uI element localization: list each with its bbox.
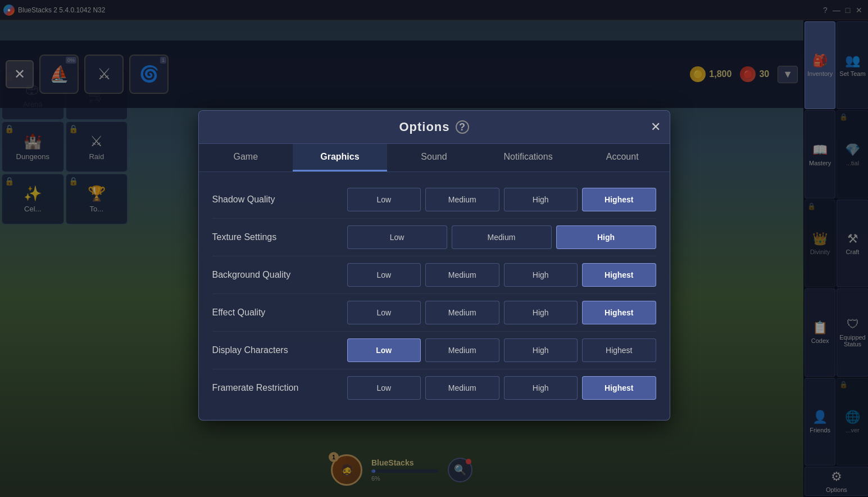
dialog-close-button[interactable]: ✕ <box>651 121 661 133</box>
settings-row-2: Background QualityLowMediumHighHighest <box>212 256 656 294</box>
setting-buttons-2: LowMediumHighHighest <box>347 263 656 287</box>
quality-btn-highest-3[interactable]: Highest <box>582 301 656 324</box>
settings-row-4: Display CharactersLowMediumHighHighest <box>212 332 656 369</box>
quality-btn-high-0[interactable]: High <box>504 188 578 211</box>
quality-btn-medium-0[interactable]: Medium <box>425 188 499 211</box>
quality-btn-highest-0[interactable]: Highest <box>582 188 656 211</box>
quality-btn-high-5[interactable]: High <box>504 376 578 400</box>
dialog-header: Options ? ✕ <box>199 111 670 144</box>
setting-buttons-3: LowMediumHighHighest <box>347 301 656 324</box>
graphics-settings-content: Shadow QualityLowMediumHighHighestTextur… <box>199 172 670 420</box>
quality-btn-medium-4[interactable]: Medium <box>425 338 499 362</box>
setting-buttons-1: LowMediumHigh <box>347 225 656 249</box>
quality-btn-medium-2[interactable]: Medium <box>425 263 499 287</box>
setting-buttons-0: LowMediumHighHighest <box>347 188 656 211</box>
quality-btn-low-0[interactable]: Low <box>347 188 421 211</box>
quality-btn-highest-5[interactable]: Highest <box>582 376 656 400</box>
quality-btn-high-3[interactable]: High <box>504 301 578 324</box>
tab-notifications[interactable]: Notifications <box>481 144 575 171</box>
dialog-tabs: Game Graphics Sound Notifications Accoun… <box>199 144 670 172</box>
tab-account[interactable]: Account <box>575 144 670 171</box>
setting-label-5: Framerate Restriction <box>212 383 347 393</box>
quality-btn-low-3[interactable]: Low <box>347 301 421 324</box>
settings-row-3: Effect QualityLowMediumHighHighest <box>212 294 656 332</box>
quality-btn-high-2[interactable]: High <box>504 263 578 287</box>
tab-game[interactable]: Game <box>199 144 293 171</box>
quality-btn-medium-1[interactable]: Medium <box>452 225 552 249</box>
quality-btn-low-5[interactable]: Low <box>347 376 421 400</box>
setting-label-3: Effect Quality <box>212 308 347 318</box>
setting-buttons-4: LowMediumHighHighest <box>347 338 656 362</box>
setting-label-0: Shadow Quality <box>212 195 347 205</box>
help-icon[interactable]: ? <box>456 120 469 134</box>
settings-row-5: Framerate RestrictionLowMediumHighHighes… <box>212 369 656 406</box>
options-dialog: Options ? ✕ Game Graphics Sound Notifica… <box>198 110 670 421</box>
dialog-overlay: Options ? ✕ Game Graphics Sound Notifica… <box>0 0 868 497</box>
quality-btn-low-1[interactable]: Low <box>347 225 447 249</box>
quality-btn-medium-5[interactable]: Medium <box>425 376 499 400</box>
tab-sound[interactable]: Sound <box>387 144 481 171</box>
dialog-title: Options <box>399 120 449 134</box>
quality-btn-medium-3[interactable]: Medium <box>425 301 499 324</box>
setting-label-4: Display Characters <box>212 345 347 355</box>
setting-label-2: Background Quality <box>212 270 347 280</box>
quality-btn-low-2[interactable]: Low <box>347 263 421 287</box>
tab-graphics[interactable]: Graphics <box>293 144 387 171</box>
quality-btn-high-1[interactable]: High <box>556 225 656 249</box>
setting-label-1: Texture Settings <box>212 232 347 242</box>
settings-row-1: Texture SettingsLowMediumHigh <box>212 219 656 256</box>
quality-btn-highest-2[interactable]: Highest <box>582 263 656 287</box>
settings-row-0: Shadow QualityLowMediumHighHighest <box>212 181 656 219</box>
setting-buttons-5: LowMediumHighHighest <box>347 376 656 400</box>
quality-btn-high-4[interactable]: High <box>504 338 578 362</box>
quality-btn-highest-4[interactable]: Highest <box>582 338 656 362</box>
quality-btn-low-4[interactable]: Low <box>347 338 421 362</box>
